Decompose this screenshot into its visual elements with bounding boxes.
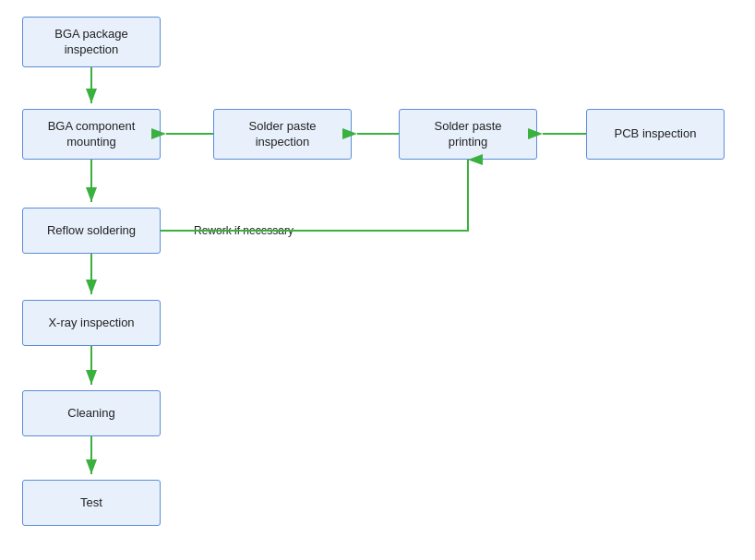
bga-mounting-box: BGA componentmounting (22, 109, 161, 160)
bga-package-box: BGA package inspection (22, 17, 161, 67)
diagram: BGA package inspection BGA componentmoun… (0, 0, 755, 560)
solder-paste-printing-box: Solder pasteprinting (399, 109, 537, 160)
xray-box: X-ray inspection (22, 300, 161, 346)
arrows-svg (0, 0, 755, 560)
solder-paste-inspection-box: Solder pasteinspection (213, 109, 352, 160)
test-box: Test (22, 480, 161, 526)
pcb-inspection-box: PCB inspection (586, 109, 725, 160)
cleaning-box: Cleaning (22, 390, 161, 436)
rework-label: Rework if necessary (194, 224, 294, 237)
reflow-box: Reflow soldering (22, 208, 161, 254)
